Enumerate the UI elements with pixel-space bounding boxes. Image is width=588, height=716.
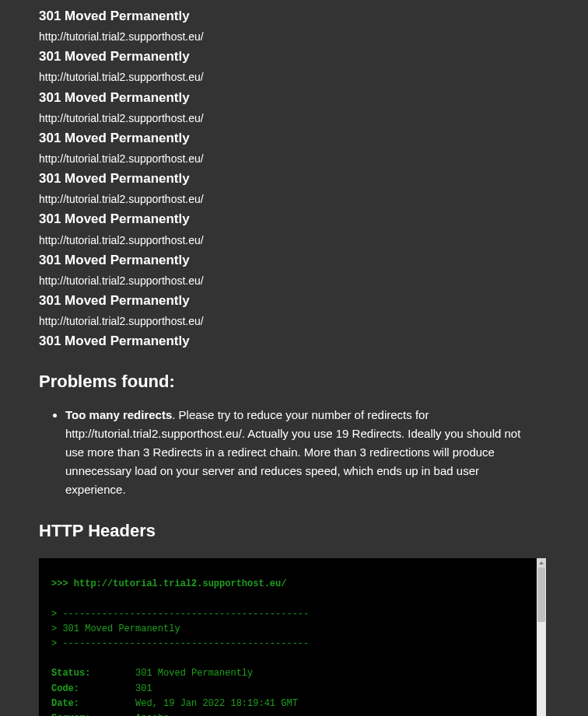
status-heading: 301 Moved Permanently — [39, 170, 541, 187]
redirect-entry: 301 Moved Permanently http://tutorial.tr… — [39, 292, 541, 328]
status-heading: 301 Moved Permanently — [39, 8, 541, 25]
main-content: 301 Moved Permanently http://tutorial.tr… — [0, 0, 588, 541]
scrollbar-track[interactable] — [537, 558, 546, 716]
redirect-list: 301 Moved Permanently http://tutorial.tr… — [39, 8, 541, 350]
scrollbar-arrow-up-icon[interactable] — [537, 558, 546, 568]
redirect-url: http://tutorial.trial2.supporthost.eu/ — [39, 274, 541, 288]
redirect-entry: 301 Moved Permanently http://tutorial.tr… — [39, 130, 541, 166]
redirect-url: http://tutorial.trial2.supporthost.eu/ — [39, 111, 541, 125]
problem-item: Too many redirects. Please try to reduce… — [65, 406, 541, 499]
status-heading: 301 Moved Permanently — [39, 130, 541, 147]
terminal-output: >>> http://tutorial.trial2.supporthost.e… — [39, 558, 537, 716]
redirect-entry: 301 Moved Permanently http://tutorial.tr… — [39, 89, 541, 125]
redirect-entry: 301 Moved Permanently http://tutorial.tr… — [39, 211, 541, 246]
problems-title: Problems found: — [39, 372, 541, 392]
status-heading: 301 Moved Permanently — [39, 292, 541, 309]
redirect-url: http://tutorial.trial2.supporthost.eu/ — [39, 192, 541, 206]
redirect-url: http://tutorial.trial2.supporthost.eu/ — [39, 233, 541, 247]
redirect-entry: 301 Moved Permanently http://tutorial.tr… — [39, 170, 541, 206]
redirect-entry: 301 Moved Permanently http://tutorial.tr… — [39, 252, 541, 288]
status-heading: 301 Moved Permanently — [39, 48, 541, 65]
redirect-url: http://tutorial.trial2.supporthost.eu/ — [39, 30, 541, 44]
status-heading: 301 Moved Permanently — [39, 252, 541, 269]
scrollbar-thumb[interactable] — [537, 568, 545, 622]
problems-list: Too many redirects. Please try to reduce… — [39, 406, 541, 499]
redirect-entry: 301 Moved Permanently http://tutorial.tr… — [39, 48, 541, 84]
terminal-wrapper: >>> http://tutorial.trial2.supporthost.e… — [39, 558, 546, 716]
status-heading: 301 Moved Permanently — [39, 211, 541, 228]
status-heading: 301 Moved Permanently — [39, 333, 541, 350]
redirect-entry: 301 Moved Permanently http://tutorial.tr… — [39, 8, 541, 44]
redirect-url: http://tutorial.trial2.supporthost.eu/ — [39, 152, 541, 166]
redirect-url: http://tutorial.trial2.supporthost.eu/ — [39, 70, 541, 84]
redirect-url: http://tutorial.trial2.supporthost.eu/ — [39, 314, 541, 328]
problem-item-bold: Too many redirects — [65, 408, 172, 421]
status-heading: 301 Moved Permanently — [39, 89, 541, 107]
http-headers-title: HTTP Headers — [39, 521, 541, 541]
